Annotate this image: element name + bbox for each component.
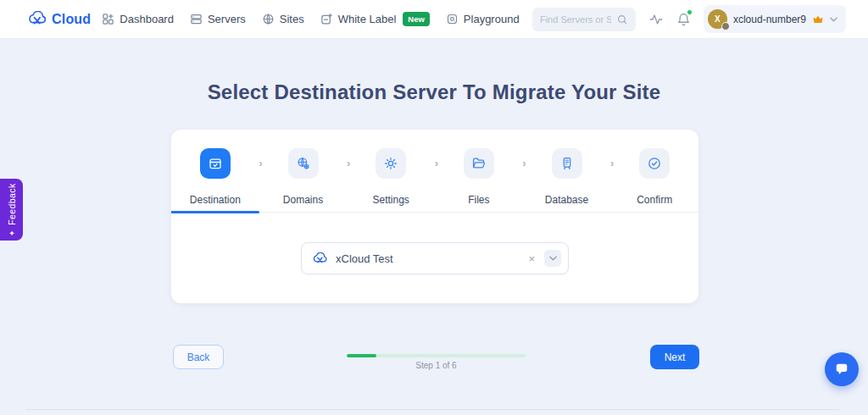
nav-label: Servers (208, 13, 246, 25)
destination-box-check-icon (200, 148, 231, 179)
step-label: Domains (283, 194, 323, 206)
step-settings[interactable]: Settings › (347, 148, 435, 206)
step-files[interactable]: Files › (435, 148, 523, 206)
step-label: Database (545, 194, 588, 206)
crown-icon (812, 14, 824, 25)
avatar-initial: X (715, 14, 721, 24)
chevron-down-icon (830, 17, 837, 22)
domains-globe-gear-icon (288, 148, 319, 179)
user-name: xcloud-number9 (733, 14, 806, 25)
bottom-divider (25, 409, 839, 410)
chat-bubble-icon (833, 361, 850, 378)
destination-server-select[interactable]: xCloud Test × (301, 242, 569, 274)
nav-item-servers[interactable]: Servers (190, 13, 246, 25)
notification-dot (687, 9, 693, 15)
settings-gear-icon (376, 148, 406, 179)
step-database[interactable]: Database › (523, 148, 611, 206)
sites-globe-icon (262, 13, 275, 25)
main-nav: Dashboard Servers Sites (102, 12, 519, 26)
global-search[interactable] (532, 8, 636, 31)
chat-widget-button[interactable] (825, 352, 859, 386)
brand-name: Cloud (52, 12, 91, 27)
step-domains[interactable]: Domains › (259, 148, 348, 206)
nav-item-white-label[interactable]: White Label New (320, 12, 430, 26)
confirm-check-circle-icon (639, 148, 670, 179)
page-title: Select Destination Server To Migrate You… (0, 80, 868, 104)
search-input[interactable] (540, 14, 611, 25)
step-destination[interactable]: Destination › (171, 148, 259, 206)
migration-wizard-card: Destination › Domains › (171, 130, 698, 303)
nav-item-dashboard[interactable]: Dashboard (102, 13, 174, 25)
feedback-label: Feedback (7, 183, 17, 224)
nav-label: Sites (280, 13, 304, 25)
nav-item-playground[interactable]: Playground (446, 13, 520, 25)
step-label: Destination (190, 194, 241, 206)
clear-icon[interactable]: × (526, 252, 537, 266)
selected-server-value: xCloud Test (336, 252, 393, 265)
progress-bar (347, 354, 526, 357)
brand-logo[interactable]: Cloud (27, 11, 91, 27)
new-badge: New (403, 12, 430, 26)
database-server-icon (552, 148, 582, 179)
step-confirm[interactable]: Confirm (610, 148, 698, 206)
header-right-group: X xcloud-number9 (532, 5, 846, 33)
xcloud-logo-icon (27, 11, 47, 27)
xcloud-logo-icon (312, 252, 328, 265)
dashboard-icon (102, 13, 114, 25)
sparkle-icon: ✦ (8, 228, 16, 236)
files-folder-icon (464, 148, 494, 179)
avatar-sub-badge (721, 22, 730, 30)
back-button[interactable]: Back (173, 345, 224, 369)
select-chevron-button[interactable] (544, 250, 561, 267)
wizard-stepper: Destination › Domains › (171, 130, 698, 206)
nav-label: White Label (338, 13, 397, 25)
step-label: Confirm (637, 194, 672, 206)
next-button[interactable]: Next (650, 345, 699, 369)
user-menu[interactable]: X xcloud-number9 (704, 5, 846, 33)
search-icon (616, 14, 628, 25)
avatar: X (708, 9, 727, 29)
feedback-button[interactable]: ✦ Feedback (0, 179, 23, 241)
nav-item-sites[interactable]: Sites (262, 13, 304, 25)
active-step-underline (171, 211, 259, 213)
nav-label: Playground (464, 13, 520, 25)
nav-label: Dashboard (120, 13, 174, 25)
playground-icon (446, 13, 459, 25)
top-navbar: Cloud Dashboard Servers (0, 0, 868, 39)
white-label-icon (320, 13, 333, 25)
servers-icon (190, 13, 203, 25)
progress-fill (347, 354, 376, 357)
activity-icon[interactable] (648, 12, 664, 27)
step-label: Settings (373, 194, 409, 206)
progress-step-label: Step 1 of 6 (347, 361, 526, 370)
notifications-bell-icon[interactable] (676, 12, 691, 27)
step-label: Files (468, 194, 489, 206)
